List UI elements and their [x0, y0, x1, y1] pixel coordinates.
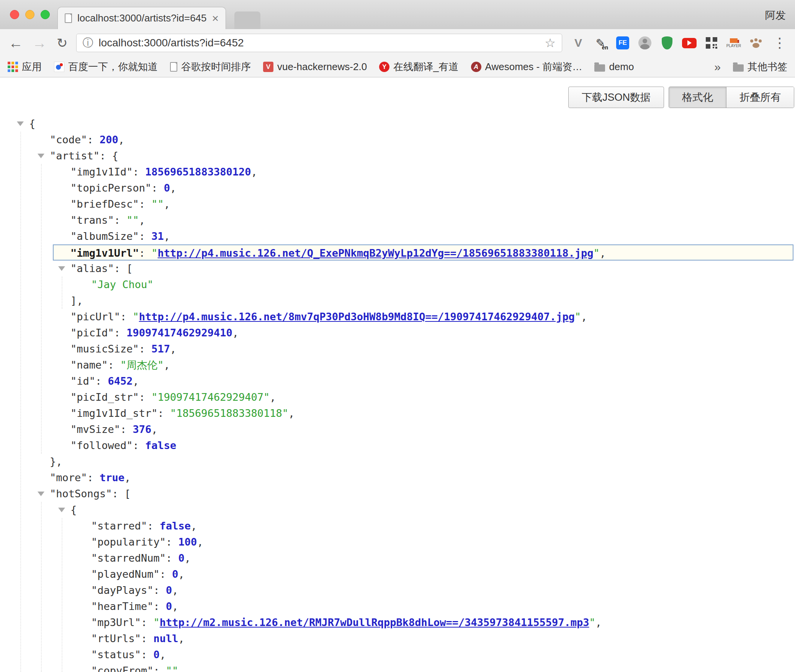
json-token: ,: [581, 311, 587, 323]
json-token: ,: [185, 552, 191, 564]
json-token: ": [151, 247, 157, 259]
json-line: "starred": false,: [0, 518, 795, 534]
json-token: 100: [178, 536, 197, 548]
paw-icon: [752, 43, 759, 48]
json-token: :: [141, 616, 154, 628]
reload-button[interactable]: ↻: [57, 35, 68, 51]
json-token: "musicSize": [70, 343, 139, 355]
bookmark-item-apps[interactable]: 应用: [8, 60, 42, 74]
json-token: "img1v1Id_str": [70, 407, 158, 419]
bookmark-item-awesomes[interactable]: A Awesomes - 前端资…: [471, 60, 582, 74]
json-line: "starredNum": 0,: [0, 550, 795, 566]
json-url-link[interactable]: http://p4.music.126.net/Q_ExePNkmqB2yWyL…: [158, 247, 594, 259]
json-line: "name": "周杰伦",: [0, 357, 795, 373]
window-minimize-button[interactable]: [25, 10, 34, 19]
json-token: 0: [178, 552, 185, 564]
json-line: "Jay Chou": [0, 277, 795, 293]
json-token: "popularity": [91, 536, 166, 548]
json-token: 19097417462929410: [126, 327, 232, 339]
paw-extension-icon[interactable]: [748, 35, 764, 51]
bookmark-item-demo[interactable]: demo: [594, 61, 634, 73]
player-extension-icon[interactable]: PLAYER: [726, 35, 741, 51]
json-token: 31: [151, 230, 164, 242]
profile-extension-icon[interactable]: [637, 35, 653, 51]
json-token: ],: [70, 295, 83, 306]
player-pixel-icon: [730, 38, 738, 43]
format-button[interactable]: 格式化: [669, 87, 726, 108]
url-text[interactable]: localhost:3000/artists?id=6452: [99, 37, 244, 49]
json-token: 200: [100, 134, 118, 146]
json-token: "周杰伦": [120, 359, 164, 371]
json-token: ,: [151, 423, 157, 435]
apps-grid-icon: [8, 62, 18, 72]
bookmark-label: vue-hackernews-2.0: [277, 61, 367, 73]
browser-tab[interactable]: localhost:3000/artists?id=645 ×: [57, 7, 226, 29]
translate-extension-icon[interactable]: ✎ en: [593, 35, 608, 51]
browser-window: localhost:3000/artists?id=645 × 阿发 ← → ↻…: [0, 0, 795, 77]
collapse-toggle-icon[interactable]: [17, 121, 24, 126]
player-label: PLAYER: [726, 44, 741, 48]
json-token: :: [120, 311, 133, 323]
json-token: "hotSongs": [50, 488, 112, 500]
collapse-toggle-icon[interactable]: [38, 492, 44, 496]
fe-extension-icon[interactable]: FE: [615, 35, 630, 51]
other-bookmarks-folder[interactable]: 其他书签: [733, 60, 787, 74]
shield-extension-icon[interactable]: [659, 35, 675, 51]
json-token: :: [114, 327, 127, 339]
download-json-button[interactable]: 下载JSON数据: [568, 87, 664, 108]
json-token: "img1v1Id": [70, 166, 133, 178]
json-token: "picId_str": [70, 391, 139, 403]
json-line: "playedNum": 0,: [0, 566, 795, 582]
bookmark-label: Awesomes - 前端资…: [485, 60, 582, 74]
json-token: ,: [170, 182, 176, 194]
bookmark-item-baidu[interactable]: 百度一下，你就知道: [54, 60, 158, 74]
collapse-toggle-icon[interactable]: [58, 266, 65, 271]
qrcode-extension-icon[interactable]: [704, 35, 719, 51]
collapse-all-button[interactable]: 折叠所有: [726, 87, 794, 108]
youtube-extension-icon[interactable]: [682, 35, 697, 51]
back-button[interactable]: ←: [8, 35, 23, 51]
json-token: ,: [139, 214, 145, 226]
json-url-link[interactable]: http://p4.music.126.net/8mv7qP30Pd3oHW8b…: [139, 311, 575, 323]
forward-button[interactable]: →: [32, 35, 47, 51]
json-token: 0: [154, 649, 160, 661]
site-info-icon[interactable]: ⓘ: [83, 36, 93, 50]
json-token: ,: [178, 633, 185, 644]
window-zoom-button[interactable]: [41, 10, 50, 19]
collapse-toggle-icon[interactable]: [58, 508, 65, 512]
bookmarks-overflow-icon[interactable]: »: [714, 61, 721, 74]
json-token: false: [145, 439, 176, 451]
bookmark-item-google-sort[interactable]: 谷歌按时间排序: [170, 60, 251, 74]
chrome-menu-icon[interactable]: ⋮: [773, 35, 787, 51]
json-token: "artist": [50, 150, 100, 162]
bookmark-star-icon[interactable]: ☆: [545, 36, 556, 50]
bookmark-item-youdao[interactable]: Y 在线翻译_有道: [379, 60, 458, 74]
json-line: "followed": false: [0, 438, 795, 454]
json-token: ,: [270, 391, 276, 403]
new-tab-button[interactable]: [234, 11, 260, 29]
json-token: 0: [166, 600, 172, 612]
address-bar[interactable]: ⓘ localhost:3000/artists?id=6452 ☆: [76, 34, 563, 52]
bookmark-label: 在线翻译_有道: [393, 60, 458, 74]
json-url-link[interactable]: http://m2.music.126.net/RMJR7wDullRqppBk…: [160, 616, 589, 628]
json-token: {: [70, 504, 77, 516]
collapse-toggle-icon[interactable]: [38, 154, 44, 158]
json-token: :: [114, 214, 127, 226]
bookmarks-bar: 应用 百度一下，你就知道 谷歌按时间排序 V vue-hackernews-2.…: [0, 57, 795, 77]
vimium-extension-icon[interactable]: V: [571, 35, 586, 51]
json-line: "img1v1Id": 18569651883380120,: [0, 164, 795, 180]
json-token: ,: [178, 568, 185, 580]
json-line: },: [0, 454, 795, 470]
json-token: ,: [160, 649, 166, 661]
json-line: "status": 0,: [0, 647, 795, 663]
tab-close-icon[interactable]: ×: [212, 13, 219, 24]
json-token: "dayPlays": [91, 584, 154, 596]
json-token: true: [100, 472, 124, 484]
json-token: "topicPerson": [70, 182, 151, 194]
bookmark-item-vue-hackernews[interactable]: V vue-hackernews-2.0: [263, 61, 367, 73]
json-token: ,: [124, 472, 131, 484]
json-token: "more": [50, 472, 87, 484]
json-line: "trans": "",: [0, 212, 795, 228]
json-token: :: [120, 423, 133, 435]
window-close-button[interactable]: [10, 10, 19, 19]
